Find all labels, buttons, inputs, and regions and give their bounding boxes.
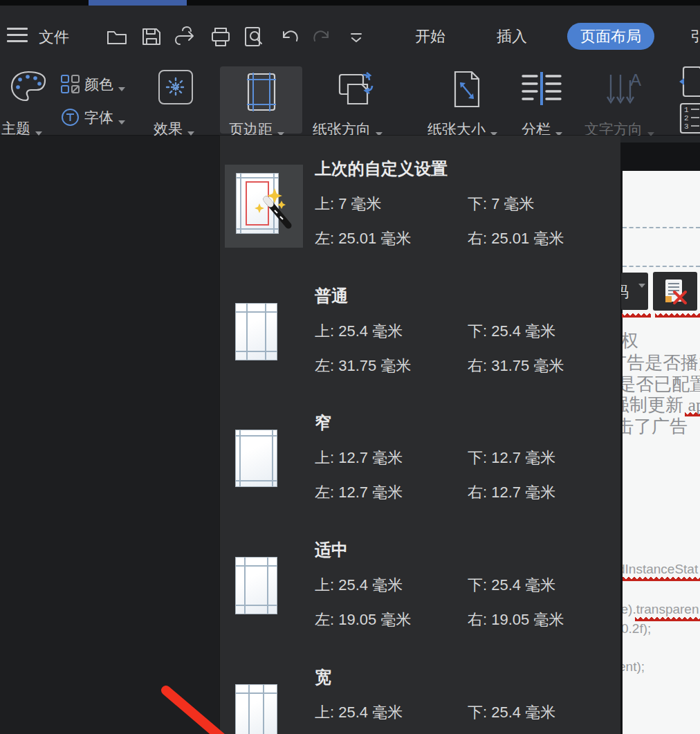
- columns-button[interactable]: 分栏: [513, 66, 577, 133]
- quick-access-toolbar: 文件 开始 插入 页面布局 引: [0, 6, 700, 59]
- open-icon[interactable]: [104, 24, 130, 50]
- fonts-button[interactable]: 字体: [59, 107, 141, 129]
- paper-size-label: 纸张大小: [427, 121, 486, 137]
- tab-page-layout[interactable]: 页面布局: [567, 23, 654, 50]
- window-title-strip: [0, 0, 700, 6]
- page-break-button[interactable]: [678, 65, 700, 98]
- file-menu-button[interactable]: 文件: [39, 27, 69, 48]
- colors-button[interactable]: 颜色: [59, 73, 141, 95]
- spellcheck-underline: [635, 616, 700, 621]
- svg-text:3: 3: [684, 122, 689, 131]
- preset-bottom: 下: 25.4 毫米: [468, 321, 555, 342]
- document-area: 权 广告是否播放 是否已配置完 强制更新 apk 击了广告 dInstanceS…: [620, 136, 700, 734]
- preset-left: 左: 19.05 毫米: [315, 609, 411, 630]
- line-numbers-icon: 123: [679, 102, 700, 137]
- preset-top: 上: 12.7 毫米: [315, 448, 403, 468]
- preset-title: 上次的自定义设置: [315, 158, 448, 180]
- orientation-button[interactable]: 纸张方向: [313, 66, 399, 133]
- columns-label: 分栏: [522, 121, 551, 137]
- doc-paragraph: 广告是否播放: [623, 351, 700, 375]
- line-numbers-button[interactable]: 123: [679, 102, 700, 134]
- spellcheck-underline: [685, 412, 700, 416]
- effects-label: 效果: [154, 120, 183, 136]
- tab-home[interactable]: 开始: [415, 26, 445, 47]
- doc-paragraph: 权: [623, 329, 638, 353]
- preset-top: 上: 7 毫米: [315, 194, 382, 214]
- hamburger-menu-icon[interactable]: [7, 26, 29, 44]
- export-pdf-icon[interactable]: [173, 24, 199, 50]
- margin-preset-moderate[interactable]: 适中 上: 25.4 毫米 下: 25.4 毫米 左: 19.05 毫米 右: …: [220, 536, 620, 640]
- effects-sparkle-icon: [158, 69, 194, 105]
- chevron-down-icon: [187, 131, 194, 139]
- colors-label: 颜色: [84, 76, 113, 92]
- doc-code-line: se).transparen: [623, 602, 699, 617]
- color-grid-icon: [61, 75, 80, 93]
- fonts-label: 字体: [84, 109, 113, 125]
- paper-size-button[interactable]: 纸张大小: [426, 66, 508, 133]
- app-window: 文件 开始 插入 页面布局 引: [0, 0, 700, 734]
- text-direction-icon: A: [604, 71, 648, 108]
- save-icon[interactable]: [138, 24, 165, 50]
- preset-title: 适中: [315, 539, 348, 561]
- preset-bottom: 下: 7 毫米: [468, 194, 535, 214]
- floating-button-label: 码: [621, 282, 629, 302]
- theme-button[interactable]: 主题: [0, 66, 57, 133]
- svg-text:A: A: [630, 71, 641, 89]
- doc-code-line: 0.2f);: [623, 621, 651, 636]
- preset-left: 左: 25.01 毫米: [315, 228, 411, 249]
- margin-preset-custom[interactable]: 上次的自定义设置 上: 7 毫米 下: 7 毫米 左: 25.01 毫米 右: …: [220, 155, 620, 257]
- preset-title: 窄: [315, 412, 331, 434]
- margins-dropdown: 上次的自定义设置 上: 7 毫米 下: 7 毫米 左: 25.01 毫米 右: …: [220, 136, 620, 734]
- magic-wand-icon: [248, 183, 298, 239]
- margin-preset-wide[interactable]: 宽 上: 25.4 毫米 下: 25.4 毫米: [220, 663, 620, 734]
- margins-label: 页边距: [229, 121, 273, 137]
- ribbon: 主题 颜色 字体: [0, 59, 700, 136]
- effects-button[interactable]: 效果: [154, 66, 209, 133]
- preset-right: 右: 25.01 毫米: [468, 228, 564, 249]
- floating-page-number-button[interactable]: 码: [621, 273, 648, 310]
- orientation-icon: [335, 71, 376, 109]
- undo-icon[interactable]: [277, 24, 303, 50]
- text-direction-button[interactable]: A 文字方向: [584, 66, 667, 133]
- print-preview-icon[interactable]: [241, 24, 267, 50]
- spellcheck-underline: [622, 313, 651, 318]
- floating-remove-ads-button[interactable]: [653, 272, 697, 311]
- spellcheck-underline: [655, 313, 700, 318]
- margins-button[interactable]: 页边距: [220, 66, 302, 134]
- preset-top: 上: 25.4 毫米: [315, 575, 403, 596]
- tab-references-partial[interactable]: 引: [690, 26, 700, 47]
- customize-toolbar-icon[interactable]: [343, 24, 369, 50]
- wide-margins-thumbnail: [235, 684, 277, 734]
- preset-title: 宽: [315, 666, 331, 688]
- custom-margins-thumbnail: [225, 165, 303, 248]
- chevron-down-icon: [35, 131, 42, 139]
- page-break-icon: [678, 65, 700, 101]
- preset-right: 右: 12.7 毫米: [468, 482, 555, 503]
- print-icon[interactable]: [208, 24, 234, 50]
- document-top-band: [620, 136, 700, 143]
- doc-paragraph: 击了广告: [623, 414, 688, 439]
- preset-bottom: 下: 25.4 毫米: [468, 702, 555, 723]
- doc-code-line: ent);: [623, 659, 645, 675]
- chevron-down-icon: [118, 120, 125, 128]
- narrow-margins-thumbnail: [235, 430, 277, 487]
- orientation-label: 纸张方向: [313, 121, 371, 137]
- font-circle-icon: [61, 108, 80, 127]
- redo-icon[interactable]: [308, 24, 335, 50]
- normal-margins-thumbnail: [235, 303, 277, 360]
- preset-title: 普通: [315, 285, 348, 307]
- margin-preset-normal[interactable]: 普通 上: 25.4 毫米 下: 25.4 毫米 左: 31.75 毫米 右: …: [220, 282, 620, 386]
- preset-bottom: 下: 12.7 毫米: [468, 448, 555, 468]
- margins-icon: [246, 72, 277, 112]
- preset-right: 右: 19.05 毫米: [468, 609, 564, 630]
- document-page: 权 广告是否播放 是否已配置完 强制更新 apk 击了广告 dInstanceS…: [623, 171, 700, 734]
- margin-preset-narrow[interactable]: 窄 上: 12.7 毫米 下: 12.7 毫米 左: 12.7 毫米 右: 12…: [220, 409, 620, 513]
- preset-top: 上: 25.4 毫米: [315, 702, 403, 723]
- chevron-down-icon: [638, 284, 645, 291]
- tab-insert[interactable]: 插入: [497, 26, 527, 47]
- paper-size-icon: [451, 69, 483, 109]
- moderate-margins-thumbnail: [235, 557, 277, 614]
- doc-code-line: dInstanceStat: [623, 562, 698, 577]
- preset-top: 上: 25.4 毫米: [315, 321, 403, 342]
- svg-text:1: 1: [684, 106, 689, 114]
